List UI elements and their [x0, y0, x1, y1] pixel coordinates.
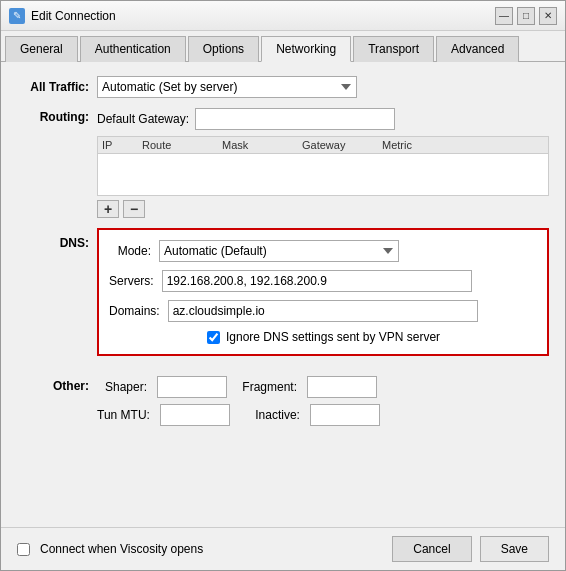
dns-domains-input[interactable] — [168, 300, 478, 322]
dns-mode-label: Mode: — [109, 244, 159, 258]
routing-body: Default Gateway: IP Route Mask Gateway M… — [97, 108, 549, 218]
col-route-header: Route — [142, 139, 222, 151]
routing-gateway-label: Default Gateway: — [97, 112, 189, 126]
tab-options[interactable]: Options — [188, 36, 259, 62]
dns-domains-row: Domains: — [109, 300, 537, 322]
routing-section: Routing: Default Gateway: IP Route Mask … — [17, 108, 549, 218]
alltraffic-row: All Traffic: Automatic (Set by server) — [17, 76, 549, 98]
tab-networking[interactable]: Networking — [261, 36, 351, 62]
dns-checkbox-row: Ignore DNS settings sent by VPN server — [109, 330, 537, 344]
routing-remove-button[interactable]: − — [123, 200, 145, 218]
dns-section: Mode: Automatic (Default) Servers: Domai… — [97, 228, 549, 356]
fragment-input[interactable] — [307, 376, 377, 398]
tab-bar: General Authentication Options Networkin… — [1, 31, 565, 62]
tunmtu-input[interactable] — [160, 404, 230, 426]
window: ✎ Edit Connection — □ ✕ General Authenti… — [0, 0, 566, 571]
dns-servers-input[interactable] — [162, 270, 472, 292]
save-button[interactable]: Save — [480, 536, 549, 562]
dns-outer-label: DNS: — [17, 228, 97, 250]
col-mask-header: Mask — [222, 139, 302, 151]
connect-auto-checkbox[interactable] — [17, 543, 30, 556]
dns-domains-label: Domains: — [109, 304, 168, 318]
other-row1: Shaper: Fragment: — [97, 376, 380, 398]
window-icon: ✎ — [9, 8, 25, 24]
routing-gateway-row: Default Gateway: — [97, 108, 549, 130]
close-button[interactable]: ✕ — [539, 7, 557, 25]
title-bar: ✎ Edit Connection — □ ✕ — [1, 1, 565, 31]
dns-mode-row: Mode: Automatic (Default) — [109, 240, 537, 262]
col-ip-header: IP — [102, 139, 142, 151]
footer: Connect when Viscosity opens Cancel Save — [1, 527, 565, 570]
window-title: Edit Connection — [31, 9, 495, 23]
ignore-dns-label[interactable]: Ignore DNS settings sent by VPN server — [226, 330, 440, 344]
tab-general[interactable]: General — [5, 36, 78, 62]
dns-servers-label: Servers: — [109, 274, 162, 288]
alltraffic-label: All Traffic: — [17, 80, 97, 94]
col-metric-header: Metric — [382, 139, 442, 151]
routing-table: IP Route Mask Gateway Metric — [97, 136, 549, 196]
maximize-button[interactable]: □ — [517, 7, 535, 25]
routing-controls: + − — [97, 200, 549, 218]
col-gateway-header: Gateway — [302, 139, 382, 151]
dns-servers-row: Servers: — [109, 270, 537, 292]
minimize-button[interactable]: — — [495, 7, 513, 25]
dns-outer-row: DNS: Mode: Automatic (Default) Servers: … — [17, 228, 549, 366]
other-section: Other: Shaper: Fragment: Tun MTU: Inacti… — [17, 376, 549, 426]
content-area: All Traffic: Automatic (Set by server) R… — [1, 62, 565, 527]
ignore-dns-checkbox[interactable] — [207, 331, 220, 344]
shaper-input[interactable] — [157, 376, 227, 398]
footer-left: Connect when Viscosity opens — [17, 542, 203, 556]
connect-auto-label[interactable]: Connect when Viscosity opens — [40, 542, 203, 556]
footer-right: Cancel Save — [392, 536, 549, 562]
other-label: Other: — [17, 376, 97, 393]
tab-authentication[interactable]: Authentication — [80, 36, 186, 62]
alltraffic-select[interactable]: Automatic (Set by server) — [97, 76, 357, 98]
routing-add-button[interactable]: + — [97, 200, 119, 218]
cancel-button[interactable]: Cancel — [392, 536, 471, 562]
tunmtu-label: Tun MTU: — [97, 408, 150, 422]
tab-transport[interactable]: Transport — [353, 36, 434, 62]
shaper-label: Shaper: — [97, 380, 147, 394]
routing-gateway-input[interactable] — [195, 108, 395, 130]
titlebar-buttons: — □ ✕ — [495, 7, 557, 25]
other-row2: Tun MTU: Inactive: — [97, 404, 380, 426]
dns-mode-select[interactable]: Automatic (Default) — [159, 240, 399, 262]
inactive-input[interactable] — [310, 404, 380, 426]
tab-advanced[interactable]: Advanced — [436, 36, 519, 62]
routing-label: Routing: — [17, 108, 97, 124]
inactive-label: Inactive: — [240, 408, 300, 422]
fragment-label: Fragment: — [237, 380, 297, 394]
alltraffic-control: Automatic (Set by server) — [97, 76, 549, 98]
other-fields: Shaper: Fragment: Tun MTU: Inactive: — [97, 376, 380, 426]
routing-table-header: IP Route Mask Gateway Metric — [98, 137, 548, 154]
